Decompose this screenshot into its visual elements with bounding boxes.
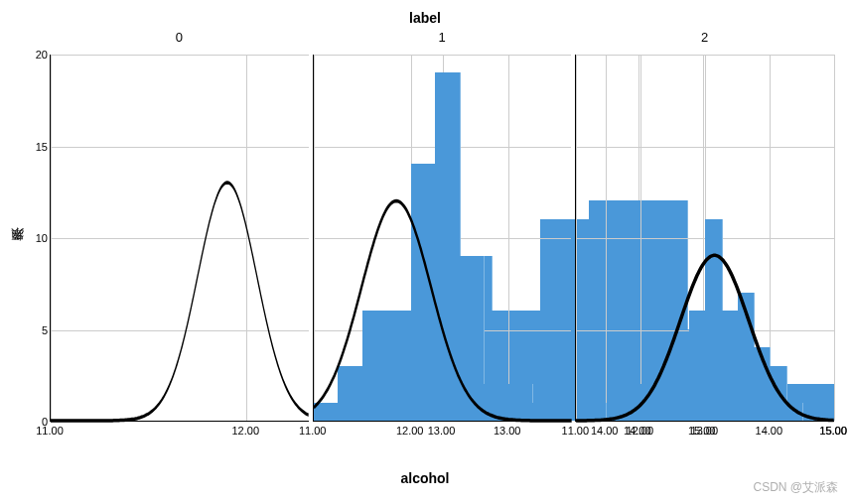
chart-container: 011.0012.0013.0014.0015.00111.0012.0013.… <box>50 20 834 446</box>
y-tick: 20 <box>36 49 48 61</box>
x-tick: 11.00 <box>562 425 590 437</box>
plot-area <box>313 55 572 422</box>
normal-curve <box>51 55 309 421</box>
panels-row: 011.0012.0013.0014.0015.00111.0012.0013.… <box>50 20 834 446</box>
x-ticks: 11.0012.0013.0014.0015.00 <box>313 425 572 444</box>
normal-curve <box>314 55 572 421</box>
panel-2: 211.0012.0013.0014.0015.00 <box>575 20 834 446</box>
plot-area <box>50 55 309 422</box>
plot-area <box>575 55 834 422</box>
panel-title: 1 <box>313 30 572 45</box>
x-tick: 11.00 <box>36 425 64 437</box>
panel-title: 0 <box>50 30 309 45</box>
y-axis-label: 频率 <box>8 0 26 504</box>
panel-1: 111.0012.0013.0014.0015.00 <box>313 20 572 446</box>
x-tick: 11.00 <box>299 425 327 437</box>
y-tick: 10 <box>36 232 48 244</box>
y-tick: 15 <box>36 141 48 153</box>
x-tick: 12.00 <box>396 425 424 437</box>
x-ticks: 11.0012.0013.0014.0015.00 <box>575 425 834 444</box>
y-axis-ticks: 05101520 <box>32 55 50 422</box>
x-tick: 12.00 <box>627 425 654 437</box>
x-tick: 13.00 <box>494 425 521 437</box>
x-tick: 15.00 <box>820 425 848 437</box>
x-tick: 12.00 <box>231 425 259 437</box>
panel-title: 2 <box>575 30 834 45</box>
x-tick: 14.00 <box>756 425 783 437</box>
x-axis-label: alcohol <box>0 470 850 486</box>
y-tick: 5 <box>42 324 48 336</box>
panel-0: 011.0012.0013.0014.0015.00 <box>50 20 309 446</box>
watermark: CSDN @艾派森 <box>753 479 838 496</box>
x-ticks: 11.0012.0013.0014.0015.00 <box>50 425 309 444</box>
x-tick: 13.00 <box>691 425 719 437</box>
normal-curve <box>576 55 834 421</box>
